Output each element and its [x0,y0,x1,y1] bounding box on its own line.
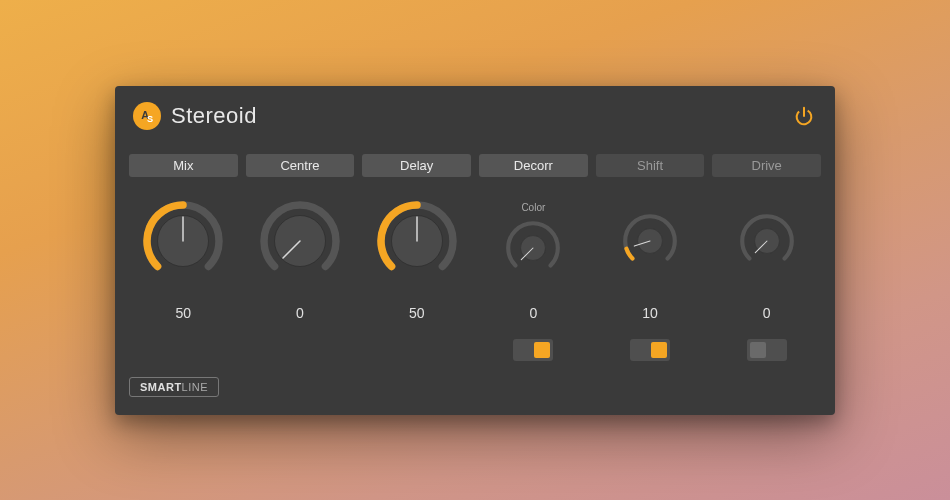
knob-slot [255,187,345,295]
sub-label-decorr: Color [521,202,545,213]
svg-text:S: S [147,113,153,123]
knob-slot [736,187,798,295]
toggle-slot [513,335,553,365]
control-delay: Delay 50 [362,154,471,365]
plugin-title: Stereoid [171,103,257,129]
knob-centre[interactable] [255,196,345,286]
control-label-delay[interactable]: Delay [362,154,471,177]
power-icon [793,105,815,127]
knob-shift[interactable] [619,210,681,272]
value-decorr: 0 [529,305,537,325]
control-label-shift[interactable]: Shift [596,154,705,177]
control-drive: Drive 0 [712,154,821,365]
knob-slot [372,187,462,295]
knob-slot: Color [502,187,564,295]
control-label-centre[interactable]: Centre [246,154,355,177]
knob-slot [138,187,228,295]
value-mix: 50 [176,305,192,325]
value-delay: 50 [409,305,425,325]
value-centre: 0 [296,305,304,325]
toggle-handle [651,342,667,358]
knob-delay[interactable] [372,196,462,286]
control-mix: Mix 50 [129,154,238,365]
brand-light: LINE [182,381,208,393]
brand-badge: SMARTLINE [129,377,219,397]
knob-mix[interactable] [138,196,228,286]
knob-slot [619,187,681,295]
knob-drive[interactable] [736,210,798,272]
control-decorr: DecorrColor 0 [479,154,588,365]
toggle-slot [747,335,787,365]
power-button[interactable] [791,103,817,129]
header-left: A S Stereoid [133,102,257,130]
toggle-handle [750,342,766,358]
knob-decorr[interactable] [502,217,564,279]
plugin-footer: SMARTLINE [129,377,821,397]
toggle-drive[interactable] [747,339,787,361]
brand-bold: SMART [140,381,182,393]
brand-logo-icon: A S [133,102,161,130]
control-label-decorr[interactable]: Decorr [479,154,588,177]
toggle-shift[interactable] [630,339,670,361]
controls-row: Mix 50Centre 0Delay 50DecorrColor 0Shift [129,154,821,365]
value-drive: 0 [763,305,771,325]
toggle-handle [534,342,550,358]
control-shift: Shift 10 [596,154,705,365]
control-label-drive[interactable]: Drive [712,154,821,177]
plugin-header: A S Stereoid [129,96,821,136]
plugin-panel: A S Stereoid Mix 50Centre 0 [115,86,835,415]
toggle-slot [630,335,670,365]
control-centre: Centre 0 [246,154,355,365]
control-label-mix[interactable]: Mix [129,154,238,177]
value-shift: 10 [642,305,658,325]
toggle-decorr[interactable] [513,339,553,361]
